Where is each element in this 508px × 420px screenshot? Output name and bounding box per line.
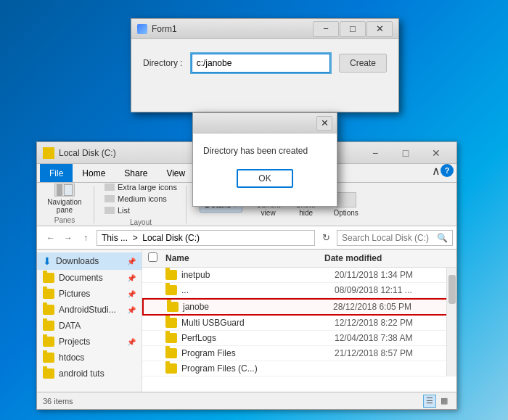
sidebar-downloads-label: Downloads — [56, 256, 123, 266]
file-name-cell: janobe — [167, 302, 333, 312]
explorer-close-button[interactable]: ✕ — [422, 145, 451, 161]
medium-icons-option[interactable]: Medium icons — [103, 194, 179, 204]
medium-icons-label: Medium icons — [118, 194, 167, 203]
address-input[interactable] — [97, 230, 315, 246]
sidebar-item-documents[interactable]: Documents 📌 — [37, 270, 142, 286]
up-button[interactable]: ↑ — [78, 230, 94, 246]
explorer-body: ⬇ Downloads 📌 Documents 📌 Pictures 📌 And… — [37, 250, 456, 397]
dialog-message-text: Directory has been created — [203, 145, 327, 157]
folder-icon — [165, 318, 177, 328]
extra-large-icons-label: Extra large icons — [118, 183, 177, 192]
navigation-arrows: ← → ↑ — [43, 230, 94, 246]
explorer-maximize-button[interactable]: □ — [391, 145, 420, 161]
pin-icon: 📌 — [127, 274, 136, 282]
help-icon[interactable]: ? — [441, 164, 454, 177]
file-row-janobe[interactable]: janobe 28/12/2018 6:05 PM — [142, 298, 456, 316]
file-row[interactable]: PerfLogs 12/04/2018 7:38 AM — [142, 331, 456, 346]
folder-icon — [43, 337, 54, 347]
form1-app-icon — [137, 24, 147, 34]
form1-maximize-button[interactable]: □ — [340, 21, 366, 37]
folder-icon — [165, 333, 177, 343]
file-row[interactable]: Multi USBGuard 12/12/2018 8:22 PM — [142, 316, 456, 331]
explorer-icon — [43, 147, 54, 159]
explorer-minimize-button[interactable]: − — [361, 145, 390, 161]
sidebar-item-androidstudio[interactable]: AndroidStudi... 📌 — [37, 302, 142, 318]
folder-icon — [43, 321, 54, 331]
explorer-title: Local Disk (C:) — [59, 148, 116, 158]
sidebar-item-htdocs[interactable]: htdocs — [37, 350, 142, 366]
folder-icon — [43, 273, 54, 283]
directory-label: Directory : — [143, 58, 183, 68]
forward-button[interactable]: → — [60, 230, 76, 246]
panes-label: Panes — [54, 216, 75, 224]
item-count-label: 36 items — [43, 397, 73, 405]
list-view-button[interactable]: ☰ — [423, 395, 436, 408]
folder-icon — [165, 285, 177, 295]
scrollbar-thumb[interactable] — [448, 275, 456, 304]
tab-view[interactable]: View — [157, 164, 194, 182]
ribbon-panes-section: Navigationpane Panes — [43, 186, 94, 223]
tab-home[interactable]: Home — [73, 164, 115, 182]
file-list-area: Name Date modified inetpub 20/11/2018 1:… — [142, 250, 456, 397]
form1-window-controls: − □ ✕ — [313, 21, 393, 37]
file-rows-container: inetpub 20/11/2018 1:34 PM ... 08/09/201… — [142, 268, 456, 376]
ribbon-expand-icon[interactable]: ∧ — [432, 164, 441, 182]
extra-large-icons-option[interactable]: Extra large icons — [103, 182, 179, 192]
sidebar-item-data[interactable]: DATA — [37, 318, 142, 334]
form1-minimize-button[interactable]: − — [313, 21, 339, 37]
tab-share[interactable]: Share — [115, 164, 157, 182]
date-column-header[interactable]: Date modified — [324, 253, 441, 263]
sidebar-pictures-label: Pictures — [59, 289, 123, 299]
sidebar-htdocs-label: htdocs — [59, 353, 136, 363]
file-name-cell: Multi USBGuard — [165, 318, 335, 328]
form1-title-label: Form1 — [152, 24, 177, 34]
sidebar-documents-label: Documents — [59, 273, 123, 283]
sidebar-data-label: DATA — [59, 321, 136, 331]
sidebar-item-projects[interactable]: Projects 📌 — [37, 334, 142, 350]
detail-view-button[interactable]: ▦ — [438, 395, 451, 408]
form1-body: Directory : Create — [131, 39, 398, 87]
sidebar-item-androidtuts[interactable]: android tuts — [37, 366, 142, 382]
download-folder-icon: ⬇ — [43, 255, 52, 267]
scrollbar-track[interactable] — [446, 268, 456, 376]
create-button[interactable]: Create — [339, 54, 387, 73]
folder-icon — [43, 353, 54, 363]
file-name-cell: inetpub — [165, 270, 335, 280]
back-button[interactable]: ← — [43, 230, 59, 246]
layout-icon — [105, 184, 115, 191]
file-row[interactable]: ... 08/09/2018 12:11 ... — [142, 283, 456, 298]
list-label: List — [118, 206, 130, 215]
sidebar-item-pictures[interactable]: Pictures 📌 — [37, 286, 142, 302]
file-name-label: Multi USBGuard — [181, 318, 245, 328]
select-all-checkbox[interactable] — [148, 252, 157, 262]
pin-icon: 📌 — [127, 306, 136, 314]
refresh-button[interactable]: ↻ — [318, 230, 334, 246]
folder-icon — [167, 302, 179, 312]
form1-close-button[interactable]: ✕ — [366, 21, 393, 37]
directory-input[interactable] — [192, 54, 330, 73]
form1-window: Form1 − □ ✕ Directory : Create — [131, 18, 399, 112]
layout-icon — [105, 195, 115, 202]
header-checkbox-col — [148, 252, 165, 264]
dialog-close-button[interactable]: ✕ — [316, 116, 332, 131]
dialog-box: ✕ Directory has been created OK — [192, 112, 337, 207]
form1-title-section: Form1 — [137, 24, 177, 34]
explorer-statusbar: 36 items ☰ ▦ — [37, 392, 456, 409]
navigation-pane-button[interactable]: Navigationpane — [43, 184, 86, 213]
file-list-header: Name Date modified — [142, 250, 456, 268]
file-date-cell: 20/11/2018 1:34 PM — [335, 270, 451, 280]
file-name-cell: ... — [165, 285, 335, 295]
file-row[interactable]: inetpub 20/11/2018 1:34 PM — [142, 268, 456, 283]
name-column-header[interactable]: Name — [165, 253, 324, 263]
file-row[interactable]: Program Files (C...) — [142, 361, 456, 376]
folder-icon — [43, 368, 54, 379]
ribbon-layout-section: Extra large icons Medium icons List Layo… — [103, 186, 187, 223]
folder-icon — [43, 305, 54, 315]
list-option[interactable]: List — [103, 205, 179, 215]
search-input[interactable] — [337, 230, 453, 246]
file-row[interactable]: Program Files 21/12/2018 8:57 PM — [142, 346, 456, 361]
dialog-ok-button[interactable]: OK — [237, 169, 292, 188]
sidebar-item-downloads[interactable]: ⬇ Downloads 📌 — [37, 252, 142, 270]
folder-icon — [165, 270, 177, 280]
tab-file[interactable]: File — [40, 164, 73, 182]
